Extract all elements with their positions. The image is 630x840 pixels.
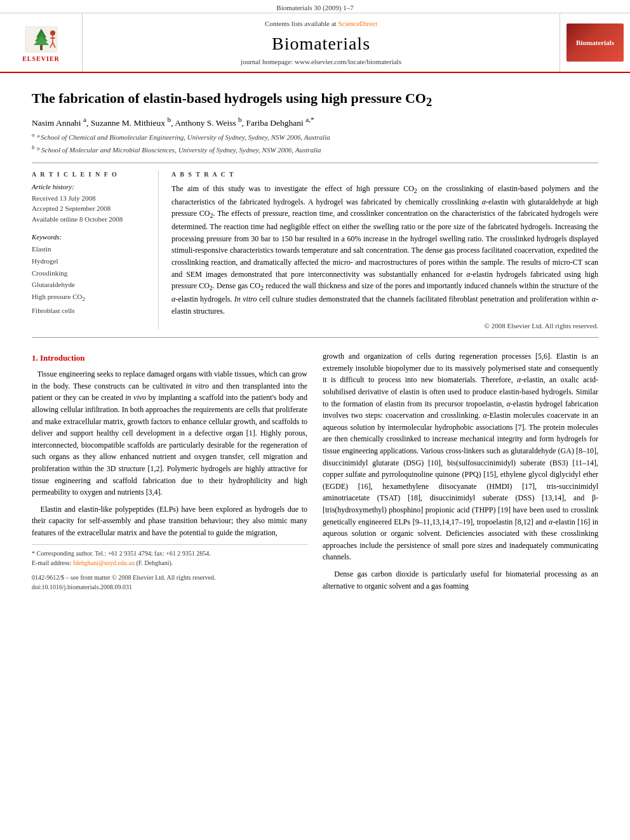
sciencedirect-link[interactable]: ScienceDirect bbox=[338, 20, 377, 27]
footnote-section: * Corresponding author. Tel.: +61 2 9351… bbox=[32, 544, 307, 592]
badge-area: Biomaterials bbox=[560, 13, 630, 72]
section1-paragraph2: Elastin and elastin-like polypeptides (E… bbox=[32, 503, 307, 539]
history-label: Article history: bbox=[32, 183, 148, 190]
article-info-label: A R T I C L E I N F O bbox=[32, 171, 148, 178]
affiliation-a: a ᵃ School of Chemical and Biomolecular … bbox=[32, 131, 598, 142]
journal-info-center: Contents lists available at ScienceDirec… bbox=[83, 13, 560, 72]
keyword-co2: High pressure CO2 bbox=[32, 291, 148, 305]
abstract-label: A B S T R A C T bbox=[171, 171, 598, 178]
elsevier-label: ELSEVIER bbox=[22, 55, 60, 62]
section1-paragraph1: Tissue engineering seeks to replace dama… bbox=[32, 368, 307, 498]
footnote-email: E-mail address: fdehghani@usyd.edu.au (F… bbox=[32, 558, 307, 568]
journal-title: Biomaterials bbox=[272, 34, 370, 54]
keyword-hydrogel: Hydrogel bbox=[32, 255, 148, 267]
svg-point-5 bbox=[50, 30, 55, 36]
main-content: 1. Introduction Tissue engineering seeks… bbox=[32, 350, 598, 597]
affiliation-b: b ᵇ School of Molecular and Microbial Bi… bbox=[32, 143, 598, 155]
email-link[interactable]: fdehghani@usyd.edu.au bbox=[73, 559, 135, 566]
journal-homepage: journal homepage: www.elsevier.com/locat… bbox=[241, 58, 401, 65]
article-title: The fabrication of elastin-based hydroge… bbox=[32, 90, 598, 110]
accepted-date: Accepted 2 September 2008 bbox=[32, 203, 148, 214]
section1-right-paragraph2: Dense gas carbon dioxide is particularly… bbox=[323, 568, 598, 592]
journal-badge: Biomaterials bbox=[566, 23, 624, 62]
available-date: Available online 8 October 2008 bbox=[32, 214, 148, 225]
divider-2 bbox=[32, 337, 598, 338]
keywords-list: Elastin Hydrogel Crosslinking Glutaralde… bbox=[32, 243, 148, 316]
copyright-line: © 2008 Elsevier Ltd. All rights reserved… bbox=[171, 322, 598, 330]
header-section: ELSEVIER Contents lists available at Sci… bbox=[0, 13, 630, 73]
main-right-column: growth and organization of cells during … bbox=[323, 350, 598, 597]
section1-right-paragraph1: growth and organization of cells during … bbox=[323, 350, 598, 563]
section1-heading: 1. Introduction bbox=[32, 353, 307, 363]
authors-line: Nasim Annabi a, Suzanne M. Mithieux b, A… bbox=[32, 116, 598, 128]
footnote-doi-line: 0142-9612/$ – see front matter © 2008 El… bbox=[32, 573, 307, 582]
journal-bar: Biomaterials 30 (2009) 1–7 bbox=[0, 0, 630, 13]
main-left-column: 1. Introduction Tissue engineering seeks… bbox=[32, 350, 307, 597]
footnote-corresponding: * Corresponding author. Tel.: +61 2 9351… bbox=[32, 549, 307, 558]
abstract-text: The aim of this study was to investigate… bbox=[171, 183, 598, 317]
article-info-column: A R T I C L E I N F O Article history: R… bbox=[32, 171, 159, 330]
keyword-glutaraldehyde: Glutaraldehyde bbox=[32, 279, 148, 291]
elsevier-logo-area: ELSEVIER bbox=[0, 13, 83, 72]
keyword-fibroblast: Fibroblast cells bbox=[32, 305, 148, 317]
page-wrapper: Biomaterials 30 (2009) 1–7 ELSEVIER bbox=[0, 0, 630, 840]
contents-text: Contents lists available at bbox=[265, 20, 337, 27]
contents-available-line: Contents lists available at ScienceDirec… bbox=[265, 20, 377, 27]
article-body: The fabrication of elastin-based hydroge… bbox=[0, 73, 630, 610]
keyword-crosslinking: Crosslinking bbox=[32, 267, 148, 279]
keyword-elastin: Elastin bbox=[32, 243, 148, 255]
footnote-doi: doi:10.1016/j.biomaterials.2008.09.031 bbox=[32, 582, 307, 592]
abstract-column: A B S T R A C T The aim of this study wa… bbox=[171, 171, 598, 330]
keywords-label: Keywords: bbox=[32, 233, 148, 241]
journal-citation: Biomaterials 30 (2009) 1–7 bbox=[276, 4, 353, 11]
elsevier-tree-icon bbox=[22, 23, 60, 55]
divider-1 bbox=[32, 163, 598, 163]
received-date: Received 13 July 2008 bbox=[32, 193, 148, 204]
info-abstract-section: A R T I C L E I N F O Article history: R… bbox=[32, 171, 598, 330]
